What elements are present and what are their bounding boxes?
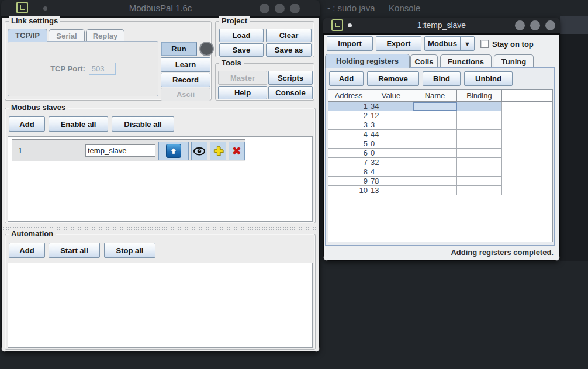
maximize-button[interactable] (530, 20, 540, 30)
cell-name[interactable] (413, 149, 457, 158)
table-row[interactable]: 9 78 (328, 177, 552, 186)
tab-tcpip[interactable]: TCP/IP (8, 29, 47, 42)
cell-binding[interactable] (457, 102, 502, 111)
save-as-button[interactable]: Save as (266, 43, 312, 57)
cell-value[interactable]: 78 (369, 177, 413, 186)
cell-value[interactable]: 3 (369, 120, 413, 130)
disable-all-button[interactable]: Disable all (112, 116, 174, 132)
slave-name-input[interactable] (85, 144, 155, 157)
close-button[interactable] (290, 4, 300, 13)
delete-slave-button[interactable]: ✖ (229, 142, 245, 160)
modbuspal-titlebar[interactable]: ModbusPal 1.6c (1, 0, 320, 16)
col-address[interactable]: Address (328, 90, 369, 102)
cell-binding[interactable] (457, 186, 502, 195)
cell-value[interactable]: 44 (369, 130, 413, 139)
load-button[interactable]: Load (219, 29, 264, 42)
cell-binding[interactable] (457, 158, 502, 167)
tab-replay[interactable]: Replay (86, 29, 124, 42)
show-panel-button[interactable] (158, 142, 189, 160)
cell-name[interactable] (413, 186, 457, 195)
cell-binding[interactable] (457, 167, 502, 177)
import-button[interactable]: Import (327, 36, 373, 51)
automation-add-button[interactable]: Add (9, 243, 45, 258)
table-row[interactable]: 8 4 (328, 167, 552, 177)
col-name[interactable]: Name (413, 90, 457, 102)
cell-name[interactable] (413, 167, 457, 177)
help-button[interactable]: Help (218, 86, 267, 99)
mode-select[interactable]: Modbus ▼ (424, 36, 475, 51)
minimize-button[interactable] (260, 4, 269, 13)
tcp-port-input[interactable] (89, 63, 116, 75)
cell-binding[interactable] (457, 149, 502, 158)
table-row[interactable]: 4 44 (328, 130, 552, 139)
tab-serial[interactable]: Serial (49, 29, 85, 42)
toggle-enabled-button[interactable] (191, 142, 207, 160)
col-value[interactable]: Value (369, 90, 413, 102)
cell-name[interactable] (413, 102, 457, 111)
cell-address[interactable]: 5 (328, 139, 369, 149)
minimize-button[interactable] (515, 20, 525, 30)
table-row[interactable]: 1 34 (328, 102, 552, 111)
cell-address[interactable]: 7 (328, 158, 369, 167)
cell-address[interactable]: 10 (328, 186, 369, 195)
cell-address[interactable]: 3 (328, 120, 369, 130)
cell-value[interactable]: 12 (369, 111, 413, 120)
cell-binding[interactable] (457, 111, 502, 120)
cell-address[interactable]: 6 (328, 149, 369, 158)
cell-value[interactable]: 34 (369, 102, 413, 111)
table-row[interactable]: 5 0 (328, 139, 552, 149)
table-row[interactable]: 7 32 (328, 158, 552, 167)
tab-tuning[interactable]: Tuning (494, 54, 534, 68)
cell-value[interactable]: 4 (369, 167, 413, 177)
cell-name[interactable] (413, 111, 457, 120)
cell-binding[interactable] (457, 139, 502, 149)
maximize-button[interactable] (275, 4, 285, 13)
cell-value[interactable]: 32 (369, 158, 413, 167)
register-add-button[interactable]: Add (329, 71, 364, 86)
tab-holding-registers[interactable]: Holding registers (325, 54, 410, 68)
run-button[interactable]: Run (161, 42, 197, 56)
console-button[interactable]: Console (268, 86, 313, 99)
enable-all-button[interactable]: Enable all (49, 116, 108, 132)
export-button[interactable]: Export (376, 36, 421, 51)
cell-name[interactable] (413, 139, 457, 149)
cell-name[interactable] (413, 158, 457, 167)
slave-row[interactable]: 1 (12, 139, 245, 161)
save-button[interactable]: Save (219, 43, 264, 57)
cell-name[interactable] (413, 120, 457, 130)
table-row[interactable]: 6 0 (328, 149, 552, 158)
cell-binding[interactable] (457, 120, 502, 130)
register-unbind-button[interactable]: Unbind (464, 71, 513, 86)
table-row[interactable]: 3 3 (328, 120, 552, 130)
master-button[interactable]: Master (218, 71, 267, 85)
cell-binding[interactable] (457, 130, 502, 139)
scripts-button[interactable]: Scripts (268, 71, 313, 85)
table-row[interactable]: 2 12 (328, 111, 552, 120)
col-binding[interactable]: Binding (457, 90, 502, 102)
table-row[interactable]: 10 13 (328, 186, 552, 195)
cell-value[interactable]: 13 (369, 186, 413, 195)
slave-editor-titlebar[interactable]: 1:temp_slave (323, 18, 560, 33)
cell-value[interactable]: 0 (369, 139, 413, 149)
clear-button[interactable]: Clear (266, 29, 312, 42)
tab-coils[interactable]: Coils (410, 54, 438, 68)
cell-binding[interactable] (457, 177, 502, 186)
register-bind-button[interactable]: Bind (423, 71, 461, 86)
add-automation-button[interactable] (210, 142, 226, 160)
tab-functions[interactable]: Functions (440, 54, 492, 68)
learn-button[interactable]: Learn (161, 57, 210, 72)
cell-address[interactable]: 8 (328, 167, 369, 177)
slaves-add-button[interactable]: Add (9, 116, 45, 132)
close-button[interactable] (545, 20, 555, 30)
cell-address[interactable]: 4 (328, 130, 369, 139)
start-all-button[interactable]: Start all (49, 243, 100, 258)
ascii-button[interactable]: Ascii (161, 88, 210, 101)
record-button[interactable]: Record (161, 73, 210, 87)
stay-on-top-checkbox[interactable] (480, 40, 489, 48)
cell-address[interactable]: 1 (328, 102, 369, 111)
cell-value[interactable]: 0 (369, 149, 413, 158)
cell-name[interactable] (413, 130, 457, 139)
cell-name[interactable] (413, 177, 457, 186)
cell-address[interactable]: 2 (328, 111, 369, 120)
register-remove-button[interactable]: Remove (367, 71, 419, 86)
